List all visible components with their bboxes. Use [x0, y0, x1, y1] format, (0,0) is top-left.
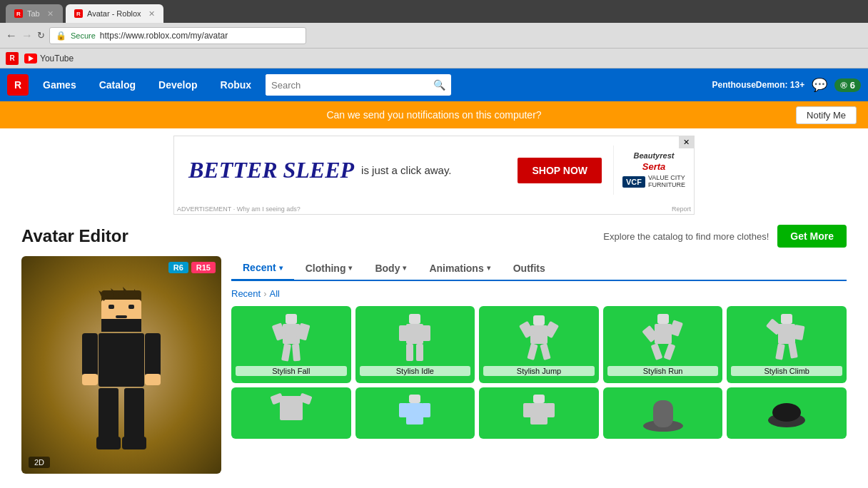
- chat-icon[interactable]: 💬: [812, 77, 827, 93]
- item-label: Stylish Idle: [360, 366, 471, 376]
- item-thumbnail: [388, 310, 442, 366]
- get-more-button[interactable]: Get More: [777, 225, 847, 248]
- svg-rect-53: [406, 403, 423, 425]
- item-thumbnail: [760, 392, 814, 434]
- svg-rect-13: [82, 374, 98, 385]
- list-item[interactable]: Stylish Idle: [355, 306, 475, 383]
- svg-rect-16: [124, 388, 144, 442]
- tab-close-1[interactable]: ✕: [47, 9, 54, 19]
- tab-animations[interactable]: Animations ▾: [418, 257, 501, 280]
- svg-rect-55: [422, 403, 430, 417]
- svg-rect-42: [663, 343, 675, 360]
- address-field[interactable]: 🔒 Secure https://www.roblox.com/my/avata…: [49, 27, 306, 44]
- list-item[interactable]: Stylish Climb: [727, 306, 847, 383]
- list-item[interactable]: [479, 387, 599, 439]
- breadcrumb-all[interactable]: All: [270, 288, 280, 299]
- forward-button[interactable]: →: [21, 29, 33, 42]
- address-bar-row: ← → ↻ 🔒 Secure https://www.roblox.com/my…: [0, 23, 868, 49]
- svg-rect-19: [286, 314, 297, 324]
- tab-body[interactable]: Body ▾: [363, 257, 418, 280]
- chevron-recent: ▾: [279, 264, 283, 272]
- serta-brand: Serta: [642, 161, 666, 172]
- svg-rect-47: [775, 343, 785, 360]
- item-thumbnail: [636, 310, 690, 366]
- svg-rect-9: [101, 319, 141, 332]
- svg-rect-27: [399, 325, 408, 341]
- nav-games[interactable]: Games: [31, 68, 88, 101]
- main-content: Avatar Editor Explore the catalog to fin…: [0, 225, 868, 474]
- tab-inactive[interactable]: R Tab ✕: [6, 4, 63, 23]
- list-item[interactable]: [727, 387, 847, 439]
- item-thumbnail: [512, 310, 565, 366]
- list-item[interactable]: [603, 387, 723, 439]
- list-item[interactable]: [231, 387, 351, 439]
- ad-footer: ADVERTISEMENT · Why am I seeing ads? Rep…: [174, 204, 694, 214]
- nav-robux[interactable]: Robux: [209, 68, 263, 101]
- svg-rect-36: [540, 343, 550, 360]
- editor-body: R6 R15: [21, 256, 847, 474]
- ad-headline: BETTER SLEEP: [188, 157, 354, 183]
- avatar-2d-label[interactable]: 2D: [29, 457, 50, 468]
- svg-rect-35: [527, 343, 538, 360]
- list-item[interactable]: Stylish Fall: [231, 306, 351, 383]
- tab-close-2[interactable]: ✕: [148, 9, 155, 19]
- ad-brands: Beautyrest Serta VCF VALUE CITYFURNITURE: [613, 146, 694, 195]
- robux-badge[interactable]: ® 6: [834, 78, 861, 92]
- robux-icon: ®: [840, 80, 847, 91]
- svg-rect-41: [650, 343, 662, 360]
- tab-outfits[interactable]: Outfits: [502, 257, 557, 280]
- url-text: https://www.roblox.com/my/avatar: [100, 31, 228, 41]
- nav-develop[interactable]: Develop: [147, 68, 208, 101]
- list-item[interactable]: Stylish Jump: [479, 306, 599, 383]
- list-item[interactable]: [355, 387, 475, 439]
- svg-rect-43: [781, 314, 792, 324]
- svg-rect-30: [416, 344, 423, 361]
- svg-rect-23: [281, 343, 291, 361]
- svg-rect-24: [292, 344, 301, 362]
- avatar-editor-title: Avatar Editor: [21, 226, 128, 246]
- badge-r6[interactable]: R6: [168, 262, 188, 273]
- item-grid-row2: [231, 387, 847, 439]
- breadcrumb: Recent › All: [231, 288, 847, 299]
- youtube-bookmark[interactable]: YouTube: [24, 54, 74, 63]
- svg-rect-56: [533, 395, 545, 403]
- chevron-body: ▾: [403, 264, 406, 272]
- search-button[interactable]: 🔍: [428, 79, 451, 91]
- nav-catalog[interactable]: Catalog: [88, 68, 147, 101]
- svg-rect-29: [406, 344, 413, 361]
- browser-chrome: R Tab ✕ R Avatar - Roblox ✕: [0, 0, 868, 23]
- youtube-label: YouTube: [40, 54, 74, 63]
- list-item[interactable]: Stylish Run: [603, 306, 723, 383]
- search-input[interactable]: [266, 74, 428, 96]
- item-thumbnail: [760, 310, 814, 366]
- svg-rect-58: [523, 403, 532, 417]
- chevron-animations: ▾: [487, 264, 490, 272]
- tab-recent[interactable]: Recent ▾: [231, 256, 294, 281]
- tab-active[interactable]: R Avatar - Roblox ✕: [66, 4, 163, 23]
- svg-rect-7: [128, 305, 134, 309]
- svg-rect-54: [399, 403, 408, 417]
- roblox-shortcut[interactable]: R: [6, 52, 19, 65]
- item-label: Stylish Fall: [236, 366, 347, 376]
- svg-rect-14: [145, 374, 161, 385]
- robux-amount: 6: [850, 80, 855, 91]
- breadcrumb-sep: ›: [263, 288, 266, 299]
- tab-clothing[interactable]: Clothing ▾: [294, 257, 364, 280]
- svg-rect-17: [96, 437, 121, 449]
- svg-rect-32: [530, 325, 547, 344]
- roblox-logo[interactable]: R: [7, 74, 29, 96]
- back-button[interactable]: ←: [6, 29, 17, 42]
- reload-button[interactable]: ↻: [37, 30, 45, 41]
- ad-cta-button[interactable]: SHOP NOW: [518, 158, 602, 183]
- badge-r15[interactable]: R15: [191, 262, 216, 273]
- ad-report[interactable]: Report: [672, 205, 691, 213]
- avatar-preview: R6 R15: [21, 256, 221, 474]
- notify-me-button[interactable]: Notify Me: [796, 106, 857, 124]
- svg-rect-38: [655, 324, 672, 344]
- svg-rect-15: [99, 388, 118, 442]
- avatar-figure: [21, 256, 221, 474]
- breadcrumb-recent[interactable]: Recent: [231, 288, 261, 299]
- svg-rect-37: [657, 314, 669, 324]
- ad-close-btn[interactable]: ✕: [679, 136, 694, 148]
- items-panel: Recent ▾ Clothing ▾ Body ▾ Animations ▾ …: [231, 256, 847, 439]
